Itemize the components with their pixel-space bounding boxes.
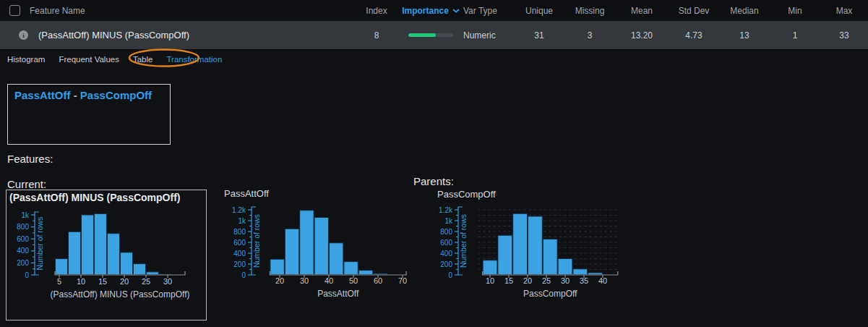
feature-std-dev: 4.73: [669, 30, 719, 41]
feature-unique: 31: [514, 30, 564, 41]
svg-text:PassAttOff: PassAttOff: [317, 289, 359, 299]
svg-text:0: 0: [25, 271, 29, 279]
svg-text:1.2k: 1.2k: [232, 206, 246, 214]
formula-left-variable: PassAttOff: [14, 89, 71, 101]
tab-histogram[interactable]: Histogram: [7, 55, 45, 64]
tab-frequent-values[interactable]: Frequent Values: [59, 55, 119, 64]
detail-tabs: Histogram Frequent Values Table Transfor…: [0, 49, 868, 69]
parents-section-label: Parents:: [413, 175, 454, 187]
svg-text:200: 200: [233, 260, 246, 268]
svg-text:20: 20: [275, 276, 284, 285]
svg-text:1k: 1k: [21, 211, 30, 219]
svg-text:1k: 1k: [444, 217, 453, 225]
svg-text:400: 400: [17, 247, 29, 255]
header-index[interactable]: Index: [355, 6, 398, 16]
svg-text:60: 60: [374, 276, 382, 285]
svg-text:0: 0: [241, 271, 246, 279]
header-min[interactable]: Min: [770, 6, 820, 16]
histogram-passattoff: 02004006008001k1.2kNumber of rows2030405…: [220, 198, 431, 301]
header-std-dev[interactable]: Std Dev: [669, 6, 719, 16]
histogram-current: 02004006008001kNumber of rows51015202530…: [7, 205, 206, 318]
svg-text:Number of rows: Number of rows: [35, 216, 44, 270]
current-feature-chart-box: (PassAttOff) MINUS (PassCompOff) 0200400…: [6, 190, 207, 320]
tab-transformation[interactable]: Transformation: [166, 55, 222, 64]
feature-max: 33: [820, 30, 868, 41]
svg-text:20: 20: [120, 277, 129, 286]
svg-text:(PassAttOff) MINUS (PassCompOf: (PassAttOff) MINUS (PassCompOff): [51, 289, 190, 300]
header-importance[interactable]: Importance: [398, 6, 463, 16]
table-header: Feature Name Index Importance Var Type U…: [0, 0, 868, 22]
header-unique[interactable]: Unique: [514, 6, 564, 16]
tab-table[interactable]: Table: [133, 55, 153, 64]
header-var-type[interactable]: Var Type: [463, 6, 514, 16]
svg-text:15: 15: [98, 277, 107, 286]
histogram-passcompoff: 02004006008001k1.2kNumber of rows1015202…: [434, 199, 645, 302]
header-feature-name[interactable]: Feature Name: [0, 5, 355, 16]
features-section-label: Features:: [7, 153, 53, 165]
info-icon[interactable]: i: [19, 30, 28, 40]
svg-text:800: 800: [233, 228, 246, 236]
parent-chart-passcompoff: PassCompOff 02004006008001k1.2kNumber of…: [434, 187, 645, 303]
passcompoff-chart-title: PassCompOff: [437, 189, 496, 200]
svg-text:600: 600: [233, 239, 246, 247]
svg-text:400: 400: [233, 250, 246, 258]
feature-mean: 13.20: [615, 30, 669, 41]
feature-median: 13: [719, 30, 770, 41]
header-importance-label: Importance: [402, 6, 449, 16]
svg-text:1.2k: 1.2k: [439, 206, 453, 214]
header-mean[interactable]: Mean: [615, 6, 669, 16]
formula-right-variable: PassCompOff: [80, 89, 152, 101]
svg-text:800: 800: [17, 223, 29, 231]
formula-operator: -: [74, 89, 77, 101]
svg-text:PassCompOff: PassCompOff: [523, 289, 577, 299]
svg-text:5: 5: [57, 277, 61, 286]
header-feature-name-label: Feature Name: [30, 6, 85, 16]
parent-chart-passattoff: PassAttOff 02004006008001k1.2kNumber of …: [220, 187, 431, 302]
feature-index: 8: [355, 30, 398, 41]
feature-var-type: Numeric: [463, 30, 514, 41]
svg-text:200: 200: [440, 260, 452, 268]
svg-text:200: 200: [17, 259, 29, 267]
header-max[interactable]: Max: [820, 6, 868, 16]
svg-text:30: 30: [561, 276, 570, 285]
svg-text:Number of rows: Number of rows: [252, 214, 261, 268]
svg-text:800: 800: [440, 228, 452, 236]
feature-detail-page: Feature Name Index Importance Var Type U…: [0, 0, 868, 327]
svg-text:40: 40: [325, 276, 333, 285]
svg-text:10: 10: [77, 277, 85, 286]
svg-text:30: 30: [163, 277, 172, 286]
svg-text:600: 600: [440, 239, 452, 247]
svg-text:25: 25: [542, 276, 551, 285]
svg-text:15: 15: [504, 276, 513, 285]
svg-text:Number of rows: Number of rows: [459, 214, 468, 268]
svg-text:35: 35: [580, 276, 588, 285]
svg-text:0: 0: [448, 271, 452, 279]
svg-text:600: 600: [17, 235, 29, 243]
transformation-formula-box: PassAttOff - PassCompOff: [7, 84, 171, 145]
feature-name: (PassAttOff) MINUS (PassCompOff): [38, 30, 189, 41]
feature-name-cell: i (PassAttOff) MINUS (PassCompOff): [0, 30, 355, 41]
svg-text:50: 50: [349, 276, 358, 285]
transformation-formula: PassAttOff - PassCompOff: [14, 89, 152, 101]
feature-missing: 3: [564, 30, 615, 41]
svg-text:30: 30: [300, 276, 309, 285]
current-section-label: Current:: [7, 178, 46, 190]
importance-bar-track: [408, 33, 453, 37]
svg-text:400: 400: [440, 250, 452, 258]
importance-bar-fill: [408, 33, 436, 37]
current-chart-title: (PassAttOff) MINUS (PassCompOff): [9, 192, 180, 203]
svg-text:20: 20: [523, 276, 532, 285]
importance-cell: [398, 33, 463, 37]
header-missing[interactable]: Missing: [564, 6, 615, 16]
chevron-down-icon: [452, 9, 460, 13]
svg-text:1k: 1k: [238, 217, 246, 225]
svg-text:10: 10: [486, 276, 494, 285]
passattoff-chart-title: PassAttOff: [224, 188, 269, 199]
select-all-checkbox[interactable]: [9, 5, 20, 16]
svg-text:70: 70: [398, 276, 407, 285]
svg-text:25: 25: [142, 277, 150, 286]
svg-text:40: 40: [598, 276, 607, 285]
feature-row[interactable]: i (PassAttOff) MINUS (PassCompOff) 8 Num…: [0, 21, 868, 50]
feature-min: 1: [770, 30, 820, 41]
header-median[interactable]: Median: [719, 6, 770, 16]
